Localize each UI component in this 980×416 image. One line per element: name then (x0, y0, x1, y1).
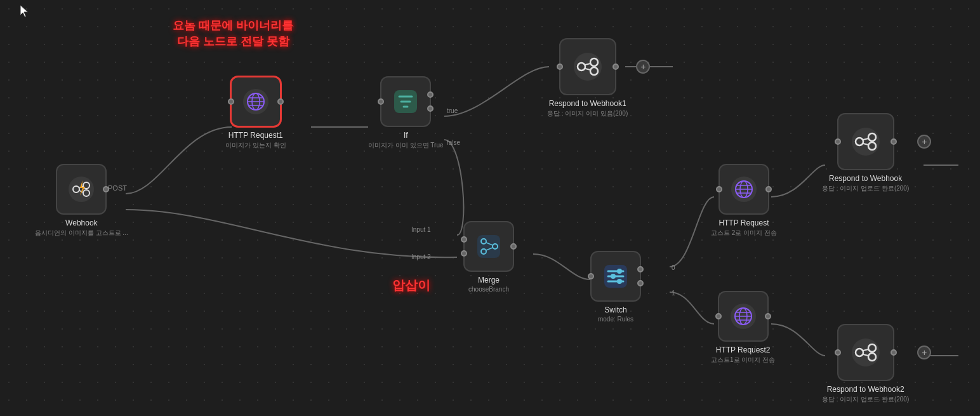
http-request2-port-right[interactable] (765, 313, 771, 319)
switch-sublabel: mode: Rules (598, 316, 633, 323)
http-request-icon (730, 175, 758, 203)
http-request2-node[interactable]: HTTP Request2 고스트1로 이미지 전송 (711, 291, 775, 365)
respond-webhook2-sublabel: 응답 : 이미지 업로드 완료(200) (822, 395, 909, 404)
respond-webhook2-port-right[interactable] (891, 349, 897, 356)
merge-node[interactable]: Merge chooseBranch (463, 221, 514, 293)
respond-webhook1-label: Respond to Webhook1 (549, 99, 626, 108)
respond-webhook2-plus[interactable]: + (917, 346, 931, 359)
svg-point-42 (617, 279, 622, 284)
http-request1-port-right[interactable] (277, 98, 284, 105)
svg-text:Input 1: Input 1 (411, 226, 431, 233)
http-request1-label: HTTP Request1 (228, 131, 283, 140)
switch-icon (602, 262, 630, 290)
merge-port-input2[interactable] (461, 250, 467, 257)
switch-node[interactable]: Switch mode: Rules (590, 251, 641, 323)
http-request-port-left[interactable] (716, 186, 722, 192)
switch-port-0[interactable] (637, 266, 644, 272)
respond-webhook1-sublabel: 응답 : 이미지 이미 있음(200) (547, 109, 628, 118)
http-request-node[interactable]: HTTP Request 고스트 2로 이미지 전송 (711, 164, 777, 238)
merge-label: Merge (478, 276, 500, 285)
respond-webhook2-label: Respond to Webhook2 (827, 385, 904, 394)
respond-webhook1-plus[interactable]: + (636, 60, 650, 74)
if-label: If (404, 131, 408, 140)
respond-webhook-plus[interactable]: + (917, 135, 931, 149)
merge-sublabel: chooseBranch (468, 286, 509, 293)
respond-webhook1-icon (572, 51, 604, 83)
webhook-icon (67, 175, 95, 203)
http-request1-sublabel: 이미지가 있는지 확인 (225, 141, 286, 150)
annotation-binary-warning: 요놈 때문에 바이너리를 다음 노드로 전달 못함 (173, 18, 293, 50)
if-node[interactable]: If 이미지가 이미 있으면 True (368, 76, 444, 150)
webhook-label: Webhook (65, 218, 97, 227)
switch-port-1[interactable] (637, 280, 644, 286)
svg-point-41 (611, 274, 616, 279)
svg-text:0: 0 (672, 264, 675, 271)
svg-text:Input 2: Input 2 (411, 253, 431, 260)
svg-text:true: true (447, 107, 458, 114)
respond-webhook1-port-left[interactable] (557, 64, 563, 70)
merge-port-input1[interactable] (461, 236, 467, 243)
respond-webhook2-port-left[interactable] (835, 349, 841, 356)
respond-webhook-icon (850, 126, 882, 158)
if-port-false[interactable] (427, 105, 434, 112)
switch-port-left[interactable] (588, 273, 594, 279)
respond-webhook-port-left[interactable] (835, 138, 841, 145)
respond-webhook-sublabel: 응답 : 이미지 업로드 완료(200) (822, 184, 909, 193)
http-request2-icon (729, 302, 757, 330)
http-request1-node[interactable]: HTTP Request1 이미지가 있는지 확인 (225, 76, 286, 150)
cursor-pointer (20, 5, 30, 15)
http-request2-sublabel: 고스트1로 이미지 전송 (711, 356, 775, 365)
if-port-true[interactable] (427, 91, 434, 98)
webhook-sublabel: 옵시디언의 이미지를 고스트로 ... (35, 229, 128, 238)
merge-icon (475, 232, 503, 260)
if-icon (392, 88, 420, 116)
if-port-left[interactable] (378, 98, 384, 105)
svg-point-40 (617, 269, 622, 274)
respond-webhook1-port-right[interactable] (612, 64, 619, 70)
respond-webhook1-node[interactable]: + Respond to Webhook1 응답 : 이미지 이미 있음(200… (547, 38, 628, 118)
annotation-absapi: 압삽이 (392, 276, 430, 294)
http-request-sublabel: 고스트 2로 이미지 전송 (711, 229, 777, 238)
respond-webhook-port-right[interactable] (891, 138, 897, 145)
http-request2-label: HTTP Request2 (716, 346, 771, 354)
if-sublabel: 이미지가 이미 있으면 True (368, 141, 444, 150)
switch-label: Switch (604, 305, 626, 314)
webhook-node[interactable]: Webhook 옵시디언의 이미지를 고스트로 ... (35, 164, 128, 238)
respond-webhook-node[interactable]: + Respond to Webhook 응답 : 이미지 업로드 완료(200… (822, 113, 909, 193)
merge-port-right[interactable] (510, 243, 517, 250)
http-request1-icon (242, 88, 270, 116)
svg-text:false: false (447, 139, 461, 146)
svg-text:1: 1 (672, 290, 675, 297)
http-request2-port-left[interactable] (715, 313, 722, 319)
respond-webhook-label: Respond to Webhook (829, 174, 902, 183)
respond-webhook2-icon (850, 337, 882, 368)
http-request-port-right[interactable] (765, 186, 772, 192)
http-request-label: HTTP Request (718, 218, 769, 227)
svg-rect-30 (477, 235, 500, 258)
http-request1-port-left[interactable] (228, 98, 234, 105)
webhook-port-right[interactable] (103, 186, 109, 192)
respond-webhook2-node[interactable]: + Respond to Webhook2 응답 : 이미지 업로드 완료(20… (822, 324, 909, 404)
